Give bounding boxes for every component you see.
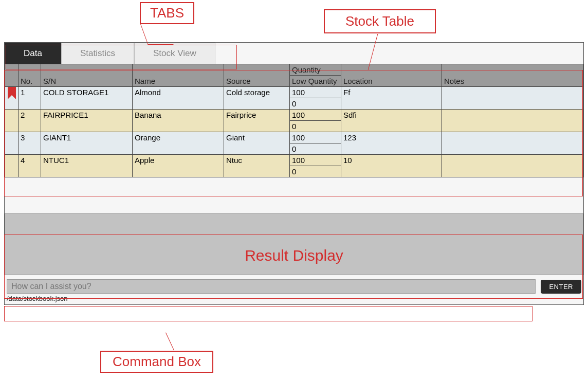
table-row[interactable]: 3GIANT1OrangeGiant100123 (5, 132, 583, 143)
file-path: /data/stockbook.json (5, 295, 583, 304)
cell-source[interactable]: Cold storage (224, 87, 290, 110)
cell-notes[interactable] (442, 110, 583, 132)
cell-no[interactable]: 3 (19, 132, 41, 155)
tab-stock-view[interactable]: Stock View (134, 43, 215, 64)
tab-statistics[interactable]: Statistics (61, 43, 134, 64)
command-input[interactable] (7, 279, 536, 294)
header-notes: Notes (442, 64, 583, 87)
cell-quantity[interactable]: 100 (290, 132, 341, 143)
cell-source[interactable]: Giant (224, 132, 290, 155)
annotation-result-display: Result Display (245, 247, 343, 264)
cell-no[interactable]: 4 (19, 155, 41, 177)
header-low-quantity: Low Quantity (290, 76, 341, 87)
header-name: Name (133, 64, 224, 87)
annotation-stock-table: Stock Table (324, 9, 436, 33)
cell-low-quantity[interactable]: 0 (290, 121, 341, 132)
tab-bar: Data Statistics Stock View (5, 43, 583, 64)
header-sn: S/N (41, 64, 133, 87)
cell-notes[interactable] (442, 155, 583, 177)
cell-sn[interactable]: GIANT1 (41, 132, 133, 155)
cell-sn[interactable]: FAIRPRICE1 (41, 110, 133, 132)
cell-notes[interactable] (442, 87, 583, 110)
cell-quantity[interactable]: 100 (290, 87, 341, 98)
header-no: No. (19, 64, 41, 87)
header-location: Location (341, 64, 442, 87)
cell-location[interactable]: Sdfi (341, 110, 442, 132)
bookmark-cell[interactable] (5, 110, 19, 132)
table-header: No. S/N Name Source Quantity Location No… (5, 64, 583, 87)
stock-table[interactable]: No. S/N Name Source Quantity Location No… (5, 64, 583, 177)
annotation-command-box: Command Box (100, 351, 213, 373)
cell-name[interactable]: Orange (133, 132, 224, 155)
tab-data[interactable]: Data (5, 43, 61, 64)
result-display (5, 213, 583, 275)
cell-notes[interactable] (442, 132, 583, 155)
cell-low-quantity[interactable]: 0 (290, 98, 341, 110)
annotation-connector (140, 23, 173, 45)
bookmark-cell[interactable] (5, 132, 19, 155)
cell-location[interactable]: 123 (341, 132, 442, 155)
cell-sn[interactable]: COLD STORAGE1 (41, 87, 133, 110)
bookmark-cell[interactable] (5, 155, 19, 177)
command-row: ENTER (5, 275, 583, 295)
bookmark-cell[interactable] (5, 87, 19, 110)
cell-sn[interactable]: NTUC1 (41, 155, 133, 177)
cell-name[interactable]: Almond (133, 87, 224, 110)
enter-button[interactable]: ENTER (541, 280, 581, 294)
table-row[interactable]: 1COLD STORAGE1AlmondCold storage100Ff (5, 87, 583, 98)
app-frame: Data Statistics Stock View No. S/N Name … (4, 42, 584, 305)
cell-location[interactable]: Ff (341, 87, 442, 110)
cell-no[interactable]: 2 (19, 110, 41, 132)
cell-low-quantity[interactable]: 0 (290, 143, 341, 155)
table-row[interactable]: 4NTUC1AppleNtuc10010 (5, 155, 583, 166)
header-quantity: Quantity (290, 64, 341, 76)
annotation-outline-command (4, 306, 532, 321)
cell-name[interactable]: Banana (133, 110, 224, 132)
annotation-connector (166, 333, 174, 351)
bookmark-icon (7, 87, 16, 100)
cell-no[interactable]: 1 (19, 87, 41, 110)
header-source: Source (224, 64, 290, 87)
cell-name[interactable]: Apple (133, 155, 224, 177)
annotation-tabs: TABS (140, 2, 194, 24)
cell-low-quantity[interactable]: 0 (290, 166, 341, 177)
cell-quantity[interactable]: 100 (290, 155, 341, 166)
cell-source[interactable]: Ntuc (224, 155, 290, 177)
cell-quantity[interactable]: 100 (290, 110, 341, 121)
header-bookmark (5, 64, 19, 87)
cell-source[interactable]: Fairprice (224, 110, 290, 132)
table-row[interactable]: 2FAIRPRICE1BananaFairprice100Sdfi (5, 110, 583, 121)
cell-location[interactable]: 10 (341, 155, 442, 177)
